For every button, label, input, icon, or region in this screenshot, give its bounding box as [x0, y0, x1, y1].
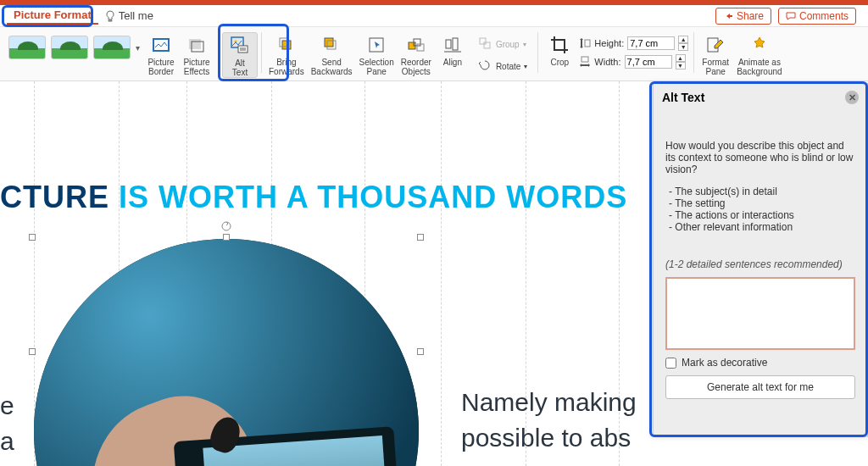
selection-pane-label: Selection Pane [359, 58, 394, 76]
mark-decorative-input[interactable] [665, 358, 676, 369]
text-line: e [0, 388, 14, 424]
picture-styles-gallery[interactable]: ▾ [5, 32, 143, 63]
bring-forward-icon [275, 34, 298, 56]
slide-text-right: Namely making possible to abs [461, 385, 637, 456]
svg-rect-1 [189, 39, 201, 49]
list-item: The subject(s) in detail [669, 186, 855, 197]
picture-style-thumb[interactable] [93, 36, 131, 59]
reorder-label: Reorder Objects [401, 58, 431, 76]
bring-forwards-button[interactable]: Bring Forwards [265, 32, 308, 76]
lightbulb-icon [105, 10, 115, 22]
height-stepper[interactable]: ▲▼ [678, 36, 688, 51]
picture-border-button[interactable]: Picture Border [143, 32, 179, 76]
rotate-label: Rotate [496, 62, 520, 71]
width-label: Width: [594, 57, 620, 67]
group-label: Group [496, 40, 520, 49]
pane-title: Alt Text [662, 91, 704, 104]
ribbon-tab-row: Picture Format Tell me Share Comments [0, 5, 868, 27]
ribbon-separator [537, 32, 538, 73]
format-pane-label: Format Pane [702, 58, 729, 76]
resize-handle[interactable] [417, 234, 424, 241]
rotate-handle-icon[interactable] [220, 220, 232, 232]
width-stepper[interactable]: ▲▼ [676, 54, 686, 69]
resize-handle[interactable] [223, 234, 230, 241]
selection-pane-button[interactable]: Selection Pane [356, 32, 398, 76]
resize-handle[interactable] [29, 348, 36, 355]
close-icon[interactable]: ✕ [845, 91, 859, 104]
picture-style-thumb[interactable] [8, 36, 46, 59]
generate-alt-text-button[interactable]: Generate alt text for me [665, 375, 855, 399]
slide-title-a: CTURE [0, 180, 109, 214]
list-item: The actions or interactions [669, 209, 855, 221]
picture-border-label: Picture Border [147, 58, 174, 76]
list-item: The setting [669, 197, 855, 209]
height-label: Height: [594, 38, 624, 48]
pane-hint-list: The subject(s) in detail The setting The… [669, 186, 855, 233]
mark-decorative-label: Mark as decorative [682, 357, 767, 369]
width-icon [579, 56, 591, 68]
crop-button[interactable]: Crop [542, 32, 577, 67]
bring-forwards-label: Bring Forwards [269, 58, 304, 76]
text-line: possible to abs [461, 420, 637, 456]
animate-as-background-button[interactable]: Animate as Background [733, 32, 785, 76]
reorder-icon [405, 34, 427, 56]
picture-effects-icon [186, 34, 208, 56]
crop-label: Crop [551, 58, 570, 67]
mark-decorative-checkbox[interactable]: Mark as decorative [665, 357, 855, 369]
alt-text-button[interactable]: Alt Text [222, 32, 258, 78]
svg-rect-17 [484, 42, 490, 48]
svg-point-21 [222, 222, 231, 230]
svg-rect-15 [453, 38, 458, 50]
align-label: Align [443, 58, 462, 67]
send-backward-icon [320, 34, 342, 56]
comments-button[interactable]: Comments [778, 8, 856, 25]
group-icon [477, 36, 492, 51]
svg-rect-19 [581, 57, 588, 62]
ribbon-separator [218, 32, 219, 73]
tab-tell-me[interactable]: Tell me [98, 8, 160, 24]
send-backwards-button[interactable]: Send Backwards [308, 32, 356, 76]
share-button[interactable]: Share [715, 8, 771, 25]
list-item: Other relevant information [669, 221, 855, 233]
format-pane-icon [704, 34, 726, 56]
picture-style-thumb[interactable] [51, 36, 88, 59]
ribbon-separator [261, 32, 262, 73]
selection-frame[interactable] [32, 237, 420, 466]
align-button[interactable]: Align [435, 32, 470, 67]
gallery-more-icon[interactable]: ▾ [136, 43, 140, 53]
width-input[interactable] [625, 55, 672, 69]
animate-bg-icon [748, 34, 771, 56]
rotate-icon [477, 58, 492, 73]
slide-text-left: e a [0, 388, 14, 459]
send-backwards-label: Send Backwards [311, 58, 353, 76]
rotate-button[interactable]: Rotate▾ [474, 56, 531, 75]
reorder-objects-button[interactable]: Reorder Objects [398, 32, 435, 76]
comment-icon [786, 11, 796, 21]
text-line: Namely making [461, 385, 637, 420]
resize-handle[interactable] [417, 348, 424, 355]
text-line: a [0, 424, 14, 459]
slide-title: CTURE IS WORTH A THOUSAND WORDS [0, 180, 627, 215]
share-icon [723, 11, 733, 21]
group-button: Group▾ [474, 34, 531, 53]
height-input[interactable] [627, 36, 675, 50]
height-icon [579, 37, 591, 49]
alt-text-icon [229, 35, 251, 57]
comments-label: Comments [799, 10, 849, 22]
picture-effects-label: Picture Effects [183, 58, 209, 76]
tab-picture-format[interactable]: Picture Format [7, 7, 98, 25]
svg-rect-8 [325, 38, 333, 47]
svg-rect-5 [238, 46, 248, 53]
ribbon-toolbar: ▾ Picture Border Picture Effects Alt Tex… [0, 27, 868, 81]
size-group: Height: ▲▼ Width: ▲▼ [577, 32, 690, 73]
resize-handle[interactable] [29, 234, 36, 241]
svg-rect-6 [282, 41, 291, 49]
pane-prompt: How would you describe this object and i… [665, 140, 855, 175]
alt-text-textarea[interactable] [665, 277, 855, 350]
align-icon [442, 34, 464, 56]
format-pane-button[interactable]: Format Pane [698, 32, 733, 76]
alt-text-label: Alt Text [232, 58, 248, 77]
svg-rect-16 [480, 38, 486, 44]
picture-effects-button[interactable]: Picture Effects [179, 32, 214, 76]
crop-icon [548, 34, 570, 56]
